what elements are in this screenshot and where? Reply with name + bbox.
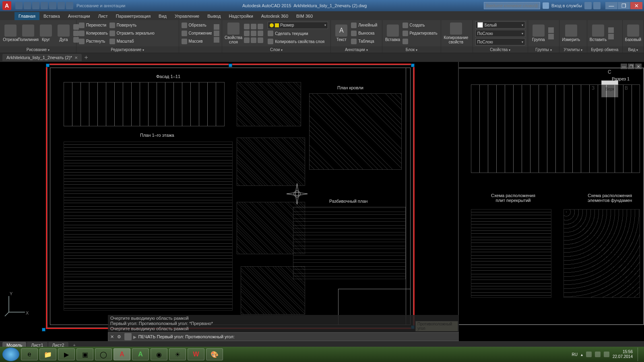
rotate-button[interactable]: Повернуть — [109, 22, 155, 29]
color-dropdown[interactable]: Белый — [475, 21, 525, 29]
table-button[interactable]: Таблица — [351, 38, 377, 45]
help-search-input[interactable] — [484, 2, 540, 9]
taskbar-app-icon[interactable]: A — [132, 348, 149, 360]
polyline-button[interactable]: Полилиния — [20, 25, 36, 42]
tray-volume-icon[interactable] — [604, 352, 609, 357]
taskbar-paint-icon[interactable]: 🎨 — [206, 348, 223, 360]
taskbar-app-icon[interactable]: ▣ — [76, 348, 93, 360]
layer-state-icons[interactable] — [244, 24, 266, 43]
insert-block-button[interactable]: Вставка — [385, 25, 401, 42]
array-button[interactable]: Массив — [182, 38, 212, 45]
tab-layout[interactable]: Лист — [94, 12, 112, 20]
make-current-button[interactable]: Сделать текущим — [268, 30, 328, 37]
layer-dropdown[interactable]: Размер — [268, 22, 328, 29]
group-extra-icon[interactable] — [548, 27, 554, 33]
create-block-button[interactable]: Создать — [402, 22, 438, 29]
signin-icon[interactable] — [543, 2, 549, 9]
leader-button[interactable]: Выноска — [351, 30, 377, 37]
taskbar-autocad-icon[interactable]: A — [114, 348, 130, 360]
taskbar-app-icon[interactable]: ☀ — [169, 348, 186, 360]
circle-button[interactable]: Круг — [38, 25, 54, 42]
quick-access-toolbar[interactable] — [15, 2, 73, 9]
exchange-icon[interactable] — [584, 2, 592, 9]
qat-saveas-icon[interactable] — [41, 2, 48, 9]
fillet-button[interactable]: Сопряжение — [182, 30, 212, 37]
app-icon[interactable]: A — [2, 1, 11, 10]
match-props-button[interactable]: Копирование свойств — [444, 23, 468, 44]
tab-view[interactable]: Вид — [155, 12, 171, 20]
taskbar-wmp-icon[interactable]: ▶ — [58, 348, 75, 360]
tab-insert[interactable]: Вставка — [39, 12, 64, 20]
qat-plot-icon[interactable] — [49, 2, 56, 9]
drawing-title: Разбивочный план — [329, 199, 367, 204]
base-view-button[interactable]: Базовый — [625, 25, 641, 42]
taskbar-explorer-icon[interactable]: 📁 — [39, 348, 56, 360]
taskbar-app-icon[interactable]: W — [188, 348, 204, 360]
text-button[interactable]: AТекст — [333, 25, 349, 42]
file-tab[interactable]: Arkhitektura_listy_1_2печать (2)*✕ — [2, 54, 82, 61]
windows-taskbar: e 📁 ▶ ▣ ◯ A A ◉ ☀ W 🎨 RU ▴ 15:5622.07.20… — [0, 347, 644, 362]
start-button[interactable] — [2, 348, 19, 361]
qat-redo-icon[interactable] — [66, 2, 73, 9]
workspace-label[interactable]: Рисование и аннотации — [76, 3, 125, 8]
taskbar-app-icon[interactable]: ◉ — [151, 348, 167, 360]
tray-lang[interactable]: RU — [572, 352, 577, 357]
paste-button[interactable]: Вставить — [590, 25, 607, 42]
group-extra-icon[interactable] — [548, 34, 554, 39]
cmdline-close-icon[interactable]: ✕ — [108, 333, 116, 340]
copy-layer-props-button[interactable]: Копировать свойства слоя — [268, 38, 328, 45]
tab-home[interactable]: Главная — [14, 12, 39, 20]
tab-a360[interactable]: Autodesk 360 — [257, 12, 292, 20]
block-extra-button[interactable] — [402, 38, 438, 45]
tab-parametric[interactable]: Параметризация — [112, 12, 155, 20]
stretch-button[interactable]: Растянуть — [79, 38, 108, 45]
drawing-area[interactable]: Фасад 1–11 План 1–го этажа План кровли Р… — [0, 62, 644, 341]
tray-flag-icon[interactable] — [586, 352, 592, 357]
cmdline-options-icon[interactable]: ⚙ — [116, 333, 123, 340]
line-button[interactable]: Отрезок — [2, 25, 19, 42]
close-tab-icon[interactable]: ✕ — [74, 56, 78, 60]
tray-clock[interactable]: 15:5622.07.2014 — [613, 350, 633, 359]
modify-extra-icon[interactable] — [214, 24, 219, 30]
trim-button[interactable]: Обрезать — [182, 22, 212, 29]
arc-button[interactable]: Дуга — [56, 25, 72, 42]
clip-extra-icon[interactable] — [608, 34, 614, 39]
taskbar-chrome-icon[interactable]: ◯ — [95, 348, 112, 360]
drawing-title: Схема расположения элементов фундамен — [588, 193, 632, 203]
modify-extra-icon[interactable] — [214, 31, 219, 36]
viewport-left[interactable]: Фасад 1–11 План 1–го этажа План кровли Р… — [0, 62, 459, 341]
move-button[interactable]: Перенести — [79, 22, 108, 29]
scale-button[interactable]: Масштаб — [109, 38, 155, 45]
tab-manage[interactable]: Управление — [171, 12, 203, 20]
measure-button[interactable]: Измерить — [562, 25, 580, 42]
mirror-button[interactable]: Отразить зеркально — [109, 30, 155, 37]
tab-addins[interactable]: Надстройки — [225, 12, 257, 20]
lineweight-dropdown[interactable]: ПоСлою — [475, 30, 525, 37]
qat-undo-icon[interactable] — [58, 2, 65, 9]
layer-props-button[interactable]: Свойства слоя — [225, 23, 242, 44]
tab-output[interactable]: Вывод — [203, 12, 225, 20]
tab-bim360[interactable]: BIM 360 — [292, 12, 317, 20]
tray-network-icon[interactable] — [595, 352, 601, 357]
close-button[interactable]: ✕ — [630, 2, 642, 9]
qat-save-icon[interactable] — [32, 2, 39, 9]
viewport-right[interactable]: — ❐ ✕ С В З Верх Разрез 1 Схема располож… — [459, 62, 644, 341]
modify-extra-icon[interactable] — [214, 37, 219, 43]
tab-annotate[interactable]: Аннотации — [64, 12, 94, 20]
taskbar-ie-icon[interactable]: e — [21, 348, 38, 360]
qat-new-icon[interactable] — [15, 2, 23, 9]
tray-arrow-icon[interactable]: ▴ — [581, 352, 583, 357]
clip-extra-icon[interactable] — [608, 27, 614, 33]
help-icon[interactable] — [593, 2, 601, 9]
group-button[interactable]: Группа — [530, 25, 547, 42]
qat-open-icon[interactable] — [24, 2, 31, 9]
copy-button[interactable]: Копировать — [79, 30, 108, 37]
edit-block-button[interactable]: Редактировать — [402, 30, 438, 37]
linetype-dropdown[interactable]: ПоСлою — [475, 38, 525, 45]
new-tab-button[interactable]: + — [83, 54, 90, 61]
show-desktop-button[interactable] — [638, 348, 642, 361]
signin-button[interactable]: Вход в службы — [551, 3, 582, 8]
restore-button[interactable]: ❐ — [618, 2, 630, 9]
dim-linear-button[interactable]: Линейный — [351, 22, 377, 29]
minimize-button[interactable]: — — [605, 2, 617, 9]
